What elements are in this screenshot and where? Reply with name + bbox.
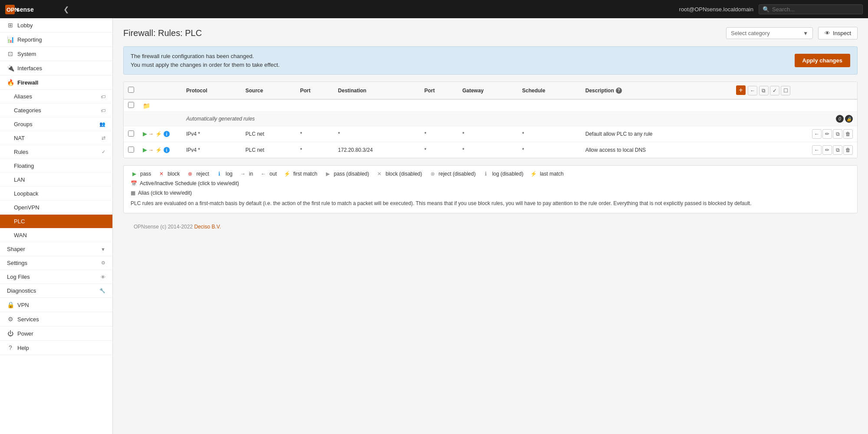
sidebar-item-floating[interactable]: Floating <box>0 159 112 173</box>
loopback-label: Loopback <box>14 190 38 197</box>
rule1-delete-button[interactable]: 🗑 <box>843 129 853 139</box>
vpn-icon: 🔒 <box>7 301 14 308</box>
sidebar-item-services[interactable]: ⚙ Services <box>0 312 112 326</box>
legend-alias[interactable]: ▦ Alias (click to view/edit) <box>131 190 192 196</box>
log-files-label: Log Files <box>7 274 30 280</box>
rule1-description: Default allow PLC to any rule <box>581 126 732 142</box>
search-icon: 🔍 <box>763 6 769 13</box>
autogen-lock-icon: 🔒 <box>845 115 853 123</box>
calendar-icon: 📅 <box>131 180 137 186</box>
sidebar-item-rules[interactable]: Rules ✓ <box>0 145 112 159</box>
sidebar-item-lan[interactable]: LAN <box>0 173 112 187</box>
sidebar-item-groups[interactable]: Groups 👥 <box>0 117 112 131</box>
sidebar-item-interfaces[interactable]: 🔌 Interfaces <box>0 61 112 75</box>
rule1-edit-button[interactable]: ✏ <box>822 129 832 139</box>
sidebar-item-help[interactable]: ? Help <box>0 341 112 355</box>
rule2-edit-button[interactable]: ✏ <box>822 145 832 155</box>
categories-badge: 🏷 <box>101 108 105 113</box>
rule1-checkbox[interactable] <box>128 131 134 137</box>
rule1-move-button[interactable]: ← <box>812 129 822 139</box>
power-label: Power <box>17 330 33 337</box>
sidebar-item-wan[interactable]: WAN <box>0 228 112 242</box>
pass-icon: ▶ <box>143 131 147 137</box>
rule2-source: PLC net <box>241 142 296 158</box>
redirect-arrow-icon: → <box>148 131 154 137</box>
sidebar-toggle[interactable]: ❮ <box>60 3 72 15</box>
sidebar-item-settings[interactable]: Settings ⚙ <box>0 256 112 270</box>
rule2-description: Allow access to local DNS <box>581 142 732 158</box>
search-input[interactable] <box>772 6 859 13</box>
firewall-submenu: Aliases 🏷 Categories 🏷 Groups 👥 NAT ⇄ Ru… <box>0 90 112 242</box>
apply-changes-button[interactable]: Apply changes <box>795 54 850 67</box>
delete-rule-button[interactable]: ☐ <box>781 86 790 95</box>
footer-copyright: OPNsense (c) 2014-2022 <box>134 224 193 230</box>
rule1-state-icons: ▶ → ⚡ i <box>143 131 178 137</box>
help-icon: ? <box>7 344 14 351</box>
move-rule-button[interactable]: ← <box>748 86 757 95</box>
clone-rule-button[interactable]: ⧉ <box>759 86 769 95</box>
select-all-checkbox[interactable] <box>128 87 134 93</box>
legend-log-icon: ℹ <box>216 171 223 177</box>
add-rule-button[interactable]: + <box>736 85 746 95</box>
plc-label: PLC <box>14 218 25 225</box>
sidebar-item-reporting[interactable]: 📊 Reporting <box>0 33 112 47</box>
legend-pass-disabled-icon: ▶ <box>324 171 331 177</box>
folder-checkbox[interactable] <box>128 102 134 108</box>
sidebar-item-loopback[interactable]: Loopback <box>0 187 112 201</box>
inspect-button[interactable]: 👁 Inspect <box>818 27 858 39</box>
legend-schedule-row: 📅 Active/Inactive Schedule (click to vie… <box>131 180 850 186</box>
sidebar-item-label: Lobby <box>17 22 33 29</box>
system-icon: ⊡ <box>7 50 14 57</box>
sidebar-item-diagnostics[interactable]: Diagnostics 🔧 <box>0 284 112 298</box>
rule2-clone-button[interactable]: ⧉ <box>833 145 842 155</box>
page-header: Firewall: Rules: PLC Select category ▼ 👁… <box>123 27 858 39</box>
rule2-move-button[interactable]: ← <box>812 145 822 155</box>
th-dest-port: Port <box>420 82 458 99</box>
sidebar-item-openvpn[interactable]: OpenVPN <box>0 201 112 215</box>
table-row-folder: 📁 <box>124 99 857 112</box>
sidebar-item-power[interactable]: ⏻ Power <box>0 326 112 341</box>
sidebar-item-nat[interactable]: NAT ⇄ <box>0 131 112 145</box>
sidebar-item-plc[interactable]: PLC <box>0 215 112 228</box>
sidebar-item-lobby[interactable]: ⊞ Lobby <box>0 18 112 33</box>
svg-text:sense: sense <box>16 6 34 13</box>
navbar-search[interactable]: 🔍 <box>759 4 863 14</box>
category-select[interactable]: Select category ▼ <box>726 27 813 39</box>
legend-reject-disabled-icon: ⊗ <box>429 171 436 177</box>
rule2-delete-button[interactable]: 🗑 <box>843 145 853 155</box>
autogen-description: Automatically generated rules <box>186 116 255 122</box>
floating-label: Floating <box>14 163 34 169</box>
legend-reject-disabled: ⊗ reject (disabled) <box>429 171 476 177</box>
sidebar-item-firewall[interactable]: 🔥 Firewall <box>0 75 112 90</box>
rule1-source: PLC net <box>241 126 296 142</box>
shaper-label: Shaper <box>7 246 25 252</box>
firewall-icon: 🔥 <box>7 79 14 86</box>
rule2-checkbox[interactable] <box>128 147 134 153</box>
redirect2-arrow-icon: → <box>148 147 154 153</box>
th-schedule: Schedule <box>518 82 581 99</box>
main-content: Firewall: Rules: PLC Select category ▼ 👁… <box>113 18 868 434</box>
alert-text: The firewall rule configuration has been… <box>131 52 279 69</box>
sidebar-item-system[interactable]: ⊡ System <box>0 47 112 61</box>
description-help-icon[interactable]: ? <box>616 88 622 94</box>
sidebar-item-shaper[interactable]: Shaper ▼ <box>0 242 112 256</box>
footer-company-link[interactable]: Deciso B.V. <box>194 224 221 230</box>
chevron-down-icon: ▼ <box>803 30 808 36</box>
diagnostics-label: Diagnostics <box>7 287 36 294</box>
table-row-autogen: Automatically generated rules 0 🔒 <box>124 112 857 126</box>
reporting-icon: 📊 <box>7 36 14 43</box>
th-description: Description ? <box>581 82 732 99</box>
legend-pass-disabled: ▶ pass (disabled) <box>324 171 369 177</box>
sidebar-item-vpn[interactable]: 🔒 VPN <box>0 298 112 312</box>
rules-label: Rules <box>14 149 28 155</box>
navbar: OPN sense ❮ root@OPNsense.localdomain 🔍 <box>0 0 868 18</box>
legend-schedule[interactable]: 📅 Active/Inactive Schedule (click to vie… <box>131 180 239 186</box>
sidebar-item-categories[interactable]: Categories 🏷 <box>0 104 112 117</box>
sidebar-item-aliases[interactable]: Aliases 🏷 <box>0 90 112 104</box>
sidebar-item-label: Firewall <box>17 79 38 86</box>
sidebar-item-log-files[interactable]: Log Files 👁 <box>0 270 112 284</box>
table-header-row: Protocol Source Port Destination Port Ga… <box>124 82 857 99</box>
toggle-rule-button[interactable]: ✓ <box>770 86 779 95</box>
settings-badge: ⚙ <box>101 260 105 266</box>
rule1-clone-button[interactable]: ⧉ <box>833 129 842 139</box>
